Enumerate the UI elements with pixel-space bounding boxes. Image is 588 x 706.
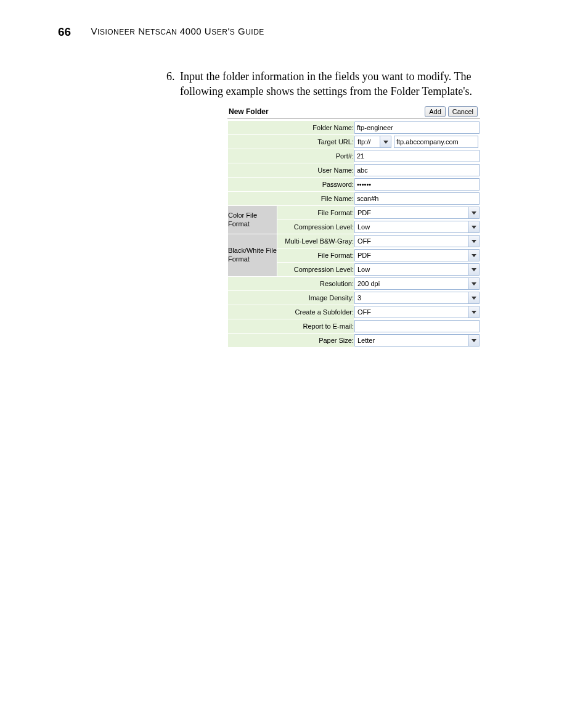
add-button[interactable]: Add	[425, 106, 446, 117]
panel-head: New Folder Add Cancel	[227, 106, 480, 119]
cancel-button[interactable]: Cancel	[448, 106, 478, 117]
label-user-name: User Name:	[228, 163, 354, 178]
port-input[interactable]	[354, 150, 480, 162]
report-email-input[interactable]	[354, 320, 480, 332]
chevron-down-icon	[468, 250, 479, 261]
label-password: Password:	[228, 178, 354, 192]
page-number: 66	[58, 25, 71, 38]
label-report-email: Report to E-mail:	[228, 319, 354, 334]
label-color-file-format: File Format:	[277, 206, 354, 220]
paper-size-select[interactable]: Letter	[354, 334, 480, 347]
chevron-down-icon	[468, 264, 479, 275]
label-image-density: Image Density:	[228, 291, 354, 305]
chevron-down-icon	[468, 292, 479, 303]
panel-title: New Folder	[229, 107, 269, 116]
new-folder-panel: New Folder Add Cancel Folder Name: Targe…	[227, 106, 480, 348]
label-resolution: Resolution:	[228, 277, 354, 291]
bw-file-format-select[interactable]: PDF	[354, 249, 480, 261]
page-header: 66 VISIONEER NETSCAN 4000 USER'S GUIDE	[58, 25, 551, 39]
label-create-subfolder: Create a Subfolder:	[228, 305, 354, 319]
label-file-name: File Name:	[228, 192, 354, 206]
chevron-down-icon	[468, 236, 479, 247]
label-color-compression: Compression Level:	[277, 220, 354, 234]
color-compression-select[interactable]: Low	[354, 221, 480, 233]
step-6: 6. Input the folder information in the f…	[180, 69, 512, 99]
multi-level-select[interactable]: OFF	[354, 235, 480, 247]
label-color-file-format-side: Color File Format	[228, 206, 277, 234]
label-bw-file-format: File Format:	[277, 248, 354, 263]
chevron-down-icon	[468, 306, 479, 318]
label-bw-file-format-side: Black/White File Format	[228, 234, 277, 277]
create-subfolder-select[interactable]: OFF	[354, 306, 480, 318]
password-input[interactable]	[354, 178, 480, 191]
chevron-down-icon	[380, 136, 391, 147]
form-table: Folder Name: Target URL: ftp:// Port#	[227, 120, 480, 348]
chevron-down-icon	[468, 221, 479, 232]
step-number: 6.	[166, 69, 175, 84]
page-title: VISIONEER NETSCAN 4000 USER'S GUIDE	[91, 26, 264, 36]
label-folder-name: Folder Name:	[228, 121, 354, 135]
folder-name-input[interactable]	[354, 121, 480, 134]
target-url-host-input[interactable]	[394, 136, 478, 148]
label-port: Port#:	[228, 149, 354, 163]
target-url-scheme-select[interactable]: ftp://	[354, 136, 391, 148]
step-text: Input the folder information in the fiel…	[180, 70, 472, 97]
chevron-down-icon	[468, 207, 479, 218]
color-file-format-select[interactable]: PDF	[354, 207, 480, 219]
resolution-select[interactable]: 200 dpi	[354, 277, 480, 290]
file-name-input[interactable]	[354, 192, 480, 205]
label-target-url: Target URL:	[228, 135, 354, 149]
chevron-down-icon	[468, 278, 479, 289]
image-density-select[interactable]: 3	[354, 292, 480, 304]
label-multi-level: Multi-Level B&W-Gray:	[277, 234, 354, 248]
label-paper-size: Paper Size:	[228, 334, 354, 348]
chevron-down-icon	[468, 335, 479, 346]
bw-compression-select[interactable]: Low	[354, 263, 480, 276]
user-name-input[interactable]	[354, 164, 480, 176]
label-bw-compression: Compression Level:	[277, 263, 354, 277]
